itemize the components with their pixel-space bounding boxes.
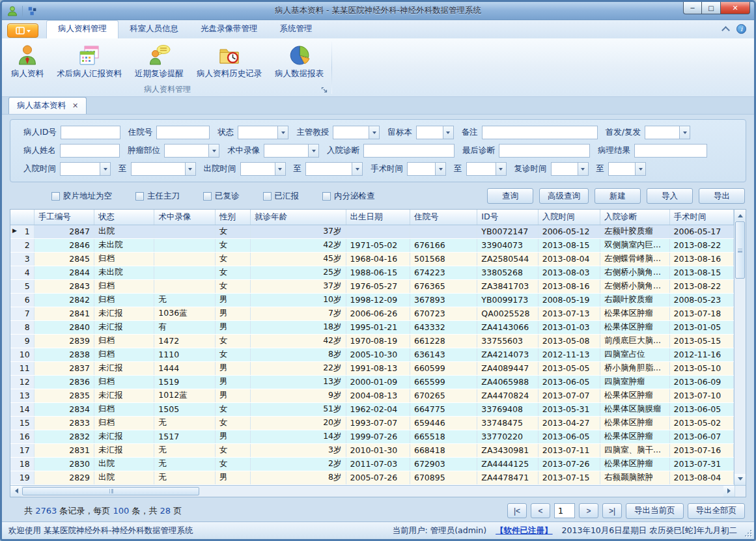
patient-report-button[interactable]: 病人数据报表 xyxy=(268,40,330,81)
page-next-button[interactable]: > xyxy=(579,503,598,518)
checkbox-icon[interactable] xyxy=(135,192,144,201)
first-or-relapse-value[interactable] xyxy=(645,126,679,139)
scrollbar-vertical[interactable] xyxy=(734,210,746,485)
table-row[interactable]: 42844未出院女25岁1988-06-15674223338052682013… xyxy=(10,266,734,279)
table-row[interactable]: ▶12847出院女37岁YB00721472006-05-12左额叶胶质瘤200… xyxy=(10,225,734,238)
followup-date-from-value[interactable] xyxy=(552,163,578,175)
remarks-value[interactable] xyxy=(483,126,597,139)
chevron-down-icon[interactable] xyxy=(308,145,318,157)
chevron-down-icon[interactable] xyxy=(352,163,362,175)
close-tab-icon[interactable]: ✕ xyxy=(72,102,78,109)
chief-professor-combo[interactable] xyxy=(333,126,380,139)
chevron-down-icon[interactable] xyxy=(100,163,110,175)
discharge-date-to-combo[interactable] xyxy=(305,162,363,176)
scrollbar-horizontal-thumb[interactable] xyxy=(22,487,199,495)
table-row[interactable]: 152833归档无女20岁1993-07-0765944633748475201… xyxy=(10,416,734,430)
postop-report-button[interactable]: 术后病人汇报资料 xyxy=(50,40,128,81)
scrollbar-horizontal[interactable] xyxy=(10,486,735,497)
followup-date-to-value[interactable] xyxy=(609,163,635,175)
table-row[interactable]: 132835未汇报1012蓝男9岁2004-08-13670265ZA44708… xyxy=(10,389,734,402)
discharge-date-from-value[interactable] xyxy=(241,163,275,175)
scroll-down-icon[interactable] xyxy=(735,474,746,485)
surgery-date-to-combo[interactable] xyxy=(466,162,507,176)
specimen-kept-combo[interactable] xyxy=(416,126,454,139)
table-row[interactable]: 82840未汇报有男18岁1995-01-21643332ZA414306620… xyxy=(10,320,734,334)
column-header[interactable]: 住院号 xyxy=(410,210,477,225)
column-header[interactable]: 手术时间 xyxy=(669,210,733,225)
table-row[interactable]: 102838归档1110女8岁2005-10-30636143ZA4214073… xyxy=(10,348,734,361)
intraop-video-combo[interactable] xyxy=(264,144,319,158)
surgery-date-from-value[interactable] xyxy=(408,163,435,175)
admission-no-value[interactable] xyxy=(157,126,209,139)
info-icon[interactable]: i xyxy=(736,24,746,34)
table-row[interactable]: 192829出院无男8岁2005-07-26670895ZA4478471201… xyxy=(10,471,734,484)
query-button[interactable]: 查询 xyxy=(487,188,533,204)
chevron-down-icon[interactable] xyxy=(208,145,219,157)
minimize-button[interactable]: ─ xyxy=(683,2,702,14)
row-indicator-header[interactable] xyxy=(10,210,34,225)
tumor-site-value[interactable] xyxy=(165,145,208,157)
tab-department-staff-info[interactable]: 科室人员信息 xyxy=(119,20,189,38)
admission-diagnosis-value[interactable] xyxy=(364,145,454,157)
chevron-down-icon[interactable] xyxy=(496,163,506,175)
column-header[interactable]: 出生日期 xyxy=(346,210,410,225)
export-button[interactable]: 导出 xyxy=(699,188,745,204)
table-row[interactable]: 182830出院无女2岁2011-07-03672903ZA4444125201… xyxy=(10,457,734,471)
admission-date-to-value[interactable] xyxy=(132,163,185,175)
patient-data-button[interactable]: 病人资料 xyxy=(5,40,50,81)
table-row[interactable]: 172831未汇报无女3岁2010-01-30668418ZA343098120… xyxy=(10,443,734,457)
column-header[interactable]: 性别 xyxy=(215,210,250,225)
remarks-input[interactable] xyxy=(482,126,598,139)
final-diagnosis-value[interactable] xyxy=(499,145,589,157)
export-all-pages-button[interactable]: 导出全部页 xyxy=(688,503,746,519)
collapse-ribbon-icon[interactable] xyxy=(721,26,730,35)
final-diagnosis-input[interactable] xyxy=(499,144,590,158)
column-header[interactable]: 就诊年龄 xyxy=(250,210,346,225)
checkbox-icon[interactable] xyxy=(203,192,212,201)
admission-date-from-value[interactable] xyxy=(61,163,100,175)
table-row[interactable]: 52843归档女37岁1976-05-27676365ZA38417032013… xyxy=(10,279,734,293)
checkbox-icon[interactable] xyxy=(263,192,272,201)
patient-id-value[interactable] xyxy=(61,126,120,139)
scrollbar-vertical-thumb[interactable] xyxy=(735,221,745,279)
admission-date-from-combo[interactable] xyxy=(60,162,111,176)
followup-date-from-combo[interactable] xyxy=(551,162,589,176)
new-button[interactable]: 新建 xyxy=(595,188,641,204)
pathology-result-input[interactable] xyxy=(634,144,707,158)
admission-no-input[interactable] xyxy=(156,126,210,139)
patient-name-input[interactable] xyxy=(60,144,120,158)
surgery-date-from-combo[interactable] xyxy=(407,162,446,176)
registered-link[interactable]: 【软件已注册】 xyxy=(496,525,553,536)
maximize-button[interactable]: □ xyxy=(702,2,721,14)
chevron-down-icon[interactable] xyxy=(578,163,588,175)
first-or-relapse-combo[interactable] xyxy=(645,126,690,139)
pathology-result-value[interactable] xyxy=(635,145,707,157)
tab-patient-basic-info[interactable]: 病人基本资料 ✕ xyxy=(8,97,87,114)
patient-history-button[interactable]: 病人资料历史记录 xyxy=(190,40,268,81)
close-button[interactable]: ✕ xyxy=(721,2,750,14)
checkbox-icon[interactable] xyxy=(51,192,60,201)
specimen-kept-value[interactable] xyxy=(417,126,443,139)
table-row[interactable]: 62842归档无男10岁1998-12-09367893YB0099173200… xyxy=(10,293,734,307)
table-row[interactable]: 22846未出院女42岁1971-05-02676166339040732013… xyxy=(10,238,734,252)
page-last-button[interactable]: >| xyxy=(602,503,622,518)
chevron-down-icon[interactable] xyxy=(185,163,195,175)
page-number-input[interactable] xyxy=(554,503,575,518)
column-header[interactable]: 术中录像 xyxy=(154,210,215,225)
reported-checkbox[interactable]: 已汇报 xyxy=(263,191,300,202)
advanced-query-button[interactable]: 高级查询 xyxy=(539,188,589,204)
intraop-video-value[interactable] xyxy=(264,145,308,157)
table-row[interactable]: 72841未汇报1036蓝男7岁2006-06-26670723QA002552… xyxy=(10,307,734,320)
dialog-launcher-icon[interactable] xyxy=(321,87,328,94)
status-combo[interactable] xyxy=(238,126,288,139)
tab-disc-video-management[interactable]: 光盘录像带管理 xyxy=(189,20,269,38)
table-row[interactable]: 142834归档1505女51岁1962-02-0466477533769408… xyxy=(10,402,734,416)
scroll-left-icon[interactable] xyxy=(10,486,21,497)
app-menu-button[interactable] xyxy=(7,23,38,38)
surgery-date-to-value[interactable] xyxy=(467,163,496,175)
resize-grip[interactable] xyxy=(745,530,751,536)
revisited-checkbox[interactable]: 已复诊 xyxy=(203,191,240,202)
status-value[interactable] xyxy=(238,126,277,139)
page-first-button[interactable]: |< xyxy=(507,503,527,518)
discharge-date-to-value[interactable] xyxy=(306,163,352,175)
